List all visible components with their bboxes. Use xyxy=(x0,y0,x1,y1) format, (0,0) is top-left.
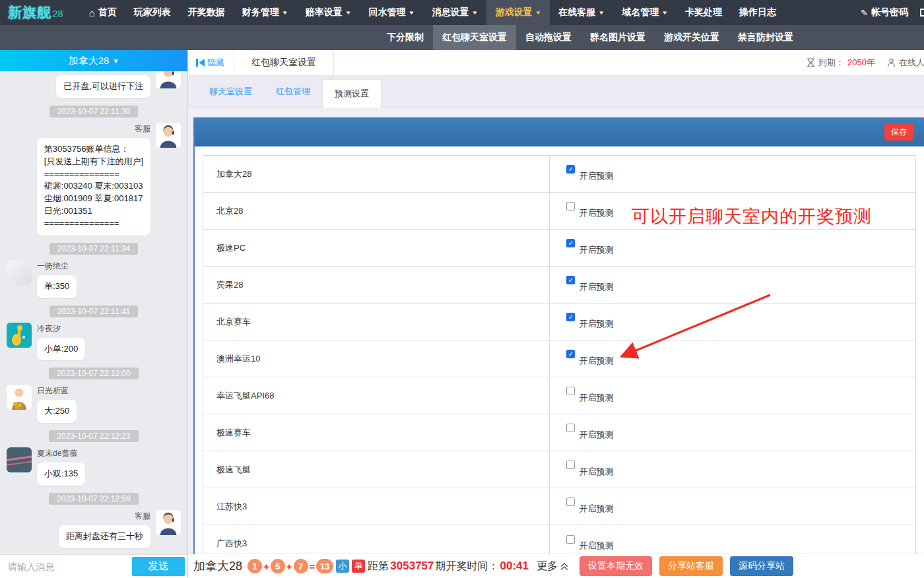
plus-sign: + xyxy=(286,561,292,572)
message-body: 客服距离封盘还有三十秒 xyxy=(59,510,150,548)
tab-聊天室设置[interactable]: 聊天室设置 xyxy=(197,76,264,107)
period-number: 3053757 xyxy=(390,560,434,573)
chevron-down-icon: ▼ xyxy=(471,10,478,16)
enable-predict-checkbox[interactable] xyxy=(566,165,575,174)
enable-predict-checkbox[interactable] xyxy=(566,498,575,506)
nav-item-游戏设置[interactable]: 游戏设置▼ xyxy=(486,0,550,25)
nav-item-label: 玩家列表 xyxy=(134,7,171,18)
predict-toggle-cell: 开启预测 xyxy=(550,414,915,451)
expiry-label: 到期： xyxy=(818,57,844,69)
subnav-item-自动拖设置[interactable]: 自动拖设置 xyxy=(516,25,581,50)
logout-icon xyxy=(919,7,924,18)
tab-红包管理[interactable]: 红包管理 xyxy=(264,76,322,107)
enable-predict-label: 开启预测 xyxy=(579,281,613,293)
table-row: 极速PC开启预测 xyxy=(203,230,915,267)
app-root: 新旗舰 28 ⌂首页玩家列表开奖数据财务管理▼赔率设置▼回水管理▼消息设置▼游戏… xyxy=(0,0,924,578)
nav-item-开奖数据[interactable]: 开奖数据 xyxy=(180,0,234,25)
send-button[interactable]: 发送 xyxy=(132,557,185,576)
enable-predict-label: 开启预测 xyxy=(579,244,613,256)
message-sender-name: 夏末de蔷薇 xyxy=(37,448,85,459)
account-password-link[interactable]: ✎ 帐号密码 xyxy=(861,7,908,18)
main-menu: ⌂首页玩家列表开奖数据财务管理▼赔率设置▼回水管理▼消息设置▼游戏设置▼在线客服… xyxy=(81,0,785,25)
room-selector[interactable]: 加拿大28 ▼ xyxy=(0,50,187,71)
predict-toggle-cell: 开启预测 xyxy=(550,488,915,525)
nav-item-赔率设置[interactable]: 赔率设置▼ xyxy=(297,0,360,25)
subnav-item-禁言防封设置[interactable]: 禁言防封设置 xyxy=(729,25,803,50)
enable-predict-label: 开启预测 xyxy=(579,207,613,219)
message-bubble: 小双:135 xyxy=(37,463,85,486)
room-title: 加拿大28 xyxy=(69,55,110,67)
draw-sum: 13 xyxy=(316,559,333,573)
double-chevron-up-icon xyxy=(560,562,568,571)
game-name-cell: 极速PC xyxy=(203,230,550,266)
chat-timestamp: 2023-10-07 22:11:41 xyxy=(50,305,139,317)
enable-predict-checkbox[interactable] xyxy=(566,461,575,469)
nav-item-操作日志[interactable]: 操作日志 xyxy=(731,0,785,25)
game-name-cell: 极速赛车 xyxy=(203,414,550,451)
game-name-cell: 北京28 xyxy=(203,193,550,229)
brand-suffix: 28 xyxy=(52,8,63,19)
enable-predict-checkbox[interactable] xyxy=(566,239,575,247)
nav-item-域名管理[interactable]: 域名管理▼ xyxy=(613,0,676,25)
table-row: 幸运飞艇API68开启预测 xyxy=(203,377,915,414)
chat-message: 冷夜汐小单:200 xyxy=(7,323,181,361)
nav-item-label: 游戏设置 xyxy=(495,7,532,18)
nav-item-label: 卡奖处理 xyxy=(685,7,722,18)
message-sender-name: 客服 xyxy=(135,511,150,522)
chat-timestamp: 2023-10-07 22:11:30 xyxy=(50,106,139,117)
enable-predict-checkbox[interactable] xyxy=(566,387,575,395)
message-bubble: 距离封盘还有三十秒 xyxy=(59,525,150,548)
action-button-分享站客服[interactable]: 分享站客服 xyxy=(659,556,723,576)
nav-item-卡奖处理[interactable]: 卡奖处理 xyxy=(676,0,731,25)
message-body: 冷夜汐小单:200 xyxy=(37,323,85,361)
top-nav: 新旗舰 28 ⌂首页玩家列表开奖数据财务管理▼赔率设置▼回水管理▼消息设置▼游戏… xyxy=(0,0,924,25)
nav-item-label: 在线客服 xyxy=(558,7,595,18)
expiry-value: 2050年 xyxy=(847,57,875,69)
chat-timestamp-row: 2023-10-07 22:12:00 xyxy=(7,367,181,379)
nav-item-首页[interactable]: ⌂首页 xyxy=(81,0,125,25)
nav-item-财务管理[interactable]: 财务管理▼ xyxy=(234,0,297,25)
more-button[interactable]: 更多 xyxy=(537,560,568,573)
action-button-源码分享站[interactable]: 源码分享站 xyxy=(730,556,793,576)
nav-item-label: 操作日志 xyxy=(739,7,776,18)
chat-message: 夏末de蔷薇小双:135 xyxy=(7,447,181,486)
subnav-item-游戏开关位置[interactable]: 游戏开关位置 xyxy=(655,25,729,50)
main-content: 隐藏 红包聊天室设置 到期： 2050年 在线人数 聊天室设置红包管理预测设置 … xyxy=(188,50,924,554)
nav-item-玩家列表[interactable]: 玩家列表 xyxy=(125,0,180,25)
enable-predict-checkbox[interactable] xyxy=(566,276,575,284)
game-name-cell: 幸运飞艇API68 xyxy=(203,377,550,414)
chat-message: 已开盘,可以进行下注 xyxy=(7,75,181,98)
action-button-设置本期无效[interactable]: 设置本期无效 xyxy=(579,556,652,576)
enable-predict-checkbox[interactable] xyxy=(566,202,575,210)
message-bubble: 第3053756账单信息： [只发送上期有下注的用户] ============… xyxy=(37,138,150,236)
message-sender-name: 冷夜汐 xyxy=(37,323,85,335)
save-button[interactable]: 保存 xyxy=(884,123,913,141)
chat-timestamp-row: 2023-10-07 22:11:41 xyxy=(7,305,181,317)
enable-predict-checkbox[interactable] xyxy=(566,350,575,358)
brand-logo: 新旗舰 28 xyxy=(8,3,63,22)
subnav-item-群名图片设置[interactable]: 群名图片设置 xyxy=(581,25,655,50)
nav-item-消息设置[interactable]: 消息设置▼ xyxy=(423,0,486,25)
enable-predict-label: 开启预测 xyxy=(579,503,613,515)
predict-toggle-cell: 开启预测 xyxy=(550,451,915,488)
nav-item-在线客服[interactable]: 在线客服▼ xyxy=(550,0,613,25)
logout-button[interactable] xyxy=(919,7,924,18)
nav-item-回水管理[interactable]: 回水管理▼ xyxy=(360,0,424,25)
chat-sidebar: 加拿大28 ▼ 已开盘,可以进行下注2023-10-07 22:11:30客服第… xyxy=(0,50,188,578)
hide-sidebar-button[interactable]: 隐藏 xyxy=(196,57,224,69)
nav-item-label: 消息设置 xyxy=(432,7,469,18)
subnav-item-下分限制[interactable]: 下分限制 xyxy=(378,25,433,50)
tab-预测设置[interactable]: 预测设置 xyxy=(322,79,381,108)
avatar xyxy=(7,260,32,285)
game-name-cell: 宾果28 xyxy=(203,267,550,303)
enable-predict-checkbox[interactable] xyxy=(566,424,575,432)
game-name-cell: 江苏快3 xyxy=(203,488,550,525)
enable-predict-checkbox[interactable] xyxy=(566,313,575,321)
message-body: 一骑绝尘单:350 xyxy=(37,260,77,298)
chat-input[interactable] xyxy=(8,562,128,572)
person-icon xyxy=(887,58,896,67)
chat-message: 一骑绝尘单:350 xyxy=(7,260,181,298)
enable-predict-checkbox[interactable] xyxy=(566,535,575,544)
page-tab-redpacket-chatroom[interactable]: 红包聊天室设置 xyxy=(234,50,334,75)
subnav-item-红包聊天室设置[interactable]: 红包聊天室设置 xyxy=(433,25,516,50)
